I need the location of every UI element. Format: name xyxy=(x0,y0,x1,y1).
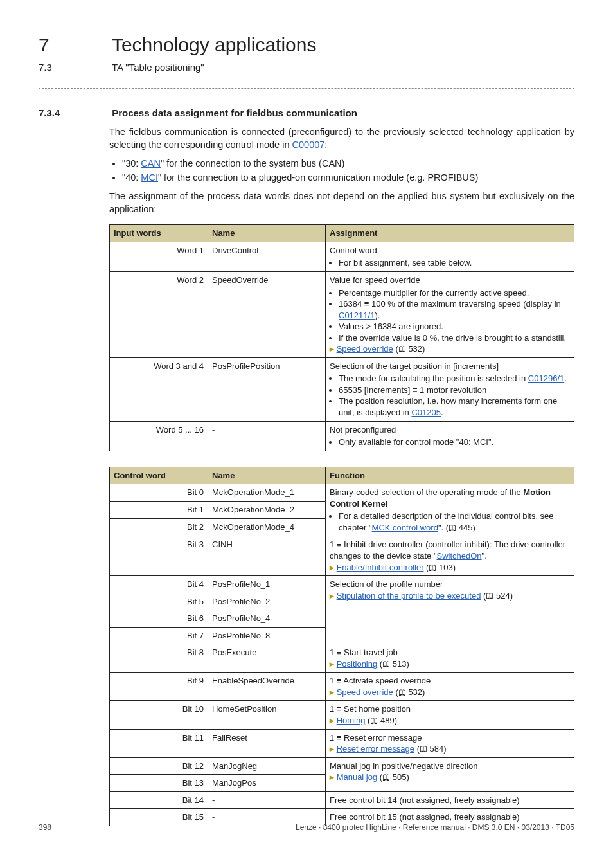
arrow-icon: ▸ xyxy=(330,591,334,601)
book-icon: 🕮 xyxy=(429,563,436,572)
book-icon: 🕮 xyxy=(420,745,427,754)
bullet-list-1: "30: CAN" for the connection to the syst… xyxy=(109,158,574,184)
arrow-icon: ▸ xyxy=(330,716,334,725)
link-manual-jog[interactable]: Manual jog xyxy=(337,772,378,782)
bullet-can: "30: CAN" for the connection to the syst… xyxy=(122,158,574,170)
table-row: Bit 3 CINH 1 ≡ Inhibit drive controller … xyxy=(110,536,574,576)
link-c00007[interactable]: C00007 xyxy=(292,140,325,150)
th-name2: Name xyxy=(208,467,326,484)
table-control-word: Control word Name Function Bit 0 MckOper… xyxy=(109,467,574,826)
link-reset-error[interactable]: Reset error message xyxy=(337,744,414,754)
link-homing[interactable]: Homing xyxy=(337,716,366,725)
book-icon: 🕮 xyxy=(398,345,406,354)
table-row: Bit 12 ManJogNeg Manual jog in positive/… xyxy=(110,757,574,775)
table-row: Word 2 SpeedOverride Value for speed ove… xyxy=(110,272,574,358)
table-row: Bit 10 HomeSetPosition 1 ≡ Set home posi… xyxy=(110,701,574,729)
book-icon: 🕮 xyxy=(382,773,390,782)
table-row: Bit 4 PosProfileNo_1 Selection of the pr… xyxy=(110,576,574,593)
link-profile-stipulation[interactable]: Stipulation of the profile to be execute… xyxy=(337,591,481,601)
table-row: Bit 11 FailReset 1 ≡ Reset error message… xyxy=(110,729,574,757)
page: 7 Technology applications 7.3 TA "Table … xyxy=(0,0,613,852)
link-switchedon[interactable]: SwitchedOn xyxy=(437,551,482,561)
table-row: Word 5 ... 16 - Not preconfigured Only a… xyxy=(110,421,574,451)
subsection-title: Process data assignment for fieldbus com… xyxy=(112,107,357,118)
section-title: TA "Table positioning" xyxy=(112,62,204,73)
bullet-mci: "40: MCI" for the connection to a plugge… xyxy=(122,172,574,185)
table-row: Bit 8 PosExecute 1 ≡ Start travel job ▸ … xyxy=(110,644,574,673)
link-can[interactable]: CAN xyxy=(141,158,161,168)
table-row: Bit 14 - Free control bit 14 (not assign… xyxy=(110,791,574,809)
subsection-number: 7.3.4 xyxy=(39,107,109,120)
arrow-icon: ▸ xyxy=(330,344,334,354)
arrow-icon: ▸ xyxy=(330,744,334,754)
paragraph-2: The assignment of the process data words… xyxy=(109,190,574,215)
link-positioning[interactable]: Positioning xyxy=(337,659,378,669)
arrow-icon: ▸ xyxy=(330,659,334,669)
arrow-icon: ▸ xyxy=(330,563,334,572)
link-speed-override[interactable]: Speed override xyxy=(337,344,393,354)
th-input-words: Input words xyxy=(110,225,208,242)
th-assignment: Assignment xyxy=(326,225,574,242)
subsection-heading: 7.3.4 Process data assignment for fieldb… xyxy=(39,107,574,120)
table-row: Bit 9 EnableSpeedOverride 1 ≡ Activate s… xyxy=(110,673,574,701)
footer-source: Lenze · 8400 protec HighLine · Reference… xyxy=(296,822,574,833)
link-mck-control-word[interactable]: MCK control word xyxy=(372,523,438,532)
link-enable-inhibit[interactable]: Enable/Inhibit controller xyxy=(337,563,424,572)
book-icon: 🕮 xyxy=(370,716,378,725)
arrow-icon: ▸ xyxy=(330,772,334,782)
book-icon: 🕮 xyxy=(486,592,493,601)
th-name: Name xyxy=(208,225,326,242)
section-number: 7.3 xyxy=(39,61,109,74)
th-function: Function xyxy=(326,467,574,484)
link-mci[interactable]: MCI xyxy=(141,172,158,183)
table-row: Word 3 and 4 PosProfilePosition Selectio… xyxy=(110,357,574,421)
book-icon: 🕮 xyxy=(382,660,390,669)
link-speed-override2[interactable]: Speed override xyxy=(337,687,393,697)
table-row: Bit 0 MckOperationMode_1 Binary-coded se… xyxy=(110,484,574,502)
th-control-word: Control word xyxy=(110,467,208,484)
page-number: 398 xyxy=(39,822,51,833)
book-icon: 🕮 xyxy=(398,688,406,697)
footer: 398 Lenze · 8400 protec HighLine · Refer… xyxy=(39,822,574,833)
body: The fieldbus communication is connected … xyxy=(109,126,574,215)
link-c01211-1[interactable]: C01211/1 xyxy=(339,311,375,320)
chapter-number: 7 xyxy=(39,32,109,59)
paragraph-1: The fieldbus communication is connected … xyxy=(109,126,574,151)
link-c01296-1[interactable]: C01296/1 xyxy=(528,374,564,383)
table-input-words: Input words Name Assignment Word 1 Drive… xyxy=(109,224,574,451)
link-c01205[interactable]: C01205 xyxy=(411,408,441,417)
divider xyxy=(39,88,574,89)
table-row: Word 1 DriveControl Control word For bit… xyxy=(110,242,574,271)
chapter-title: Technology applications xyxy=(112,32,317,59)
arrow-icon: ▸ xyxy=(330,687,334,697)
book-icon: 🕮 xyxy=(449,523,456,532)
header: 7 Technology applications 7.3 TA "Table … xyxy=(39,32,574,74)
